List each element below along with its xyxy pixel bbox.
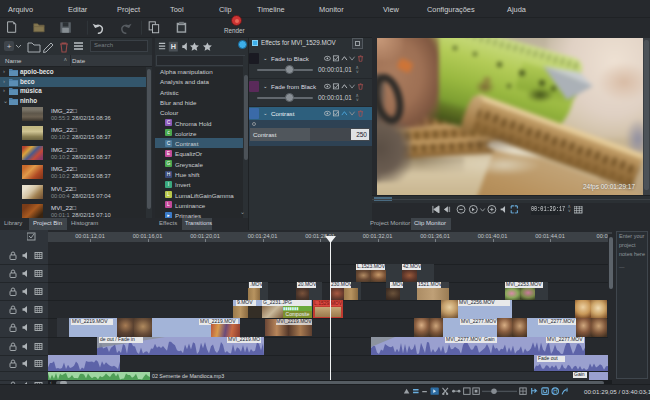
svg-text:H: H — [553, 388, 557, 394]
svg-text:H: H — [171, 42, 176, 51]
svg-text:+: + — [7, 42, 12, 51]
